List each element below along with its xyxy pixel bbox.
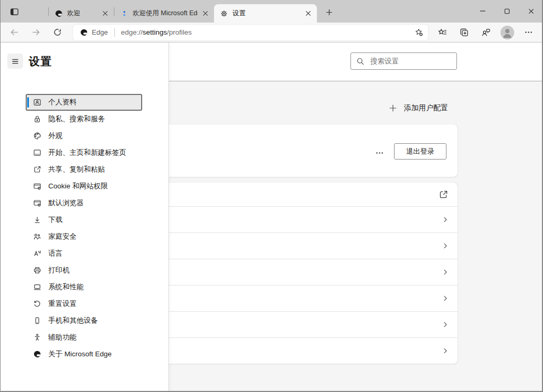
titlebar: 欢迎 欢迎使用 Microsoft Edg 设置 (0, 0, 543, 23)
settings-title: 设置 (29, 54, 52, 69)
edge-logo-icon (55, 9, 63, 18)
list-row[interactable] (147, 285, 457, 311)
settings-search-input[interactable] (370, 57, 451, 65)
sidebar-item-label: 外观 (48, 131, 62, 141)
forward-button[interactable] (25, 25, 47, 40)
site-badge-label: Edge (92, 28, 108, 36)
new-tab-button[interactable] (322, 5, 336, 19)
back-button[interactable] (4, 25, 25, 40)
sidebar-item-system-performance[interactable]: 系统和性能 (26, 279, 142, 295)
sidebar-item-label: 关于 Microsoft Edge (48, 349, 112, 359)
profile-avatar-icon (501, 26, 514, 39)
back-icon (9, 27, 19, 37)
language-icon (33, 249, 41, 258)
tab-title: 设置 (232, 9, 301, 18)
maximize-button[interactable] (495, 0, 519, 22)
settings-page: 添加用户配置 退出登录 (0, 43, 543, 392)
list-row[interactable] (147, 232, 457, 259)
edge-browser-window: 欢迎 欢迎使用 Microsoft Edg 设置 (0, 0, 543, 392)
sidebar-item-languages[interactable]: 语言 (26, 245, 142, 262)
settings-sidenav: 设置 个人资料 隐私、搜索和服务 外观 开始、主页和新建标签页 (0, 43, 169, 392)
menu-toggle-button[interactable] (7, 54, 23, 69)
tab-title: 欢迎 (67, 9, 98, 18)
search-icon (356, 57, 365, 66)
window-controls (471, 0, 543, 22)
lock-icon (33, 115, 41, 123)
url-text: edge://settings/profiles (121, 28, 411, 36)
profile-more-options-button[interactable] (370, 146, 388, 159)
more-options-button[interactable] (518, 25, 539, 40)
sidebar-item-reset-settings[interactable]: 重置设置 (26, 295, 142, 312)
minimize-icon (479, 7, 486, 15)
close-window-button[interactable] (519, 0, 543, 22)
sidebar-item-phone-devices[interactable]: 手机和其他设备 (26, 312, 142, 329)
chevron-right-icon (441, 321, 449, 329)
feedback-person-button[interactable] (475, 25, 496, 40)
sidebar-item-profiles[interactable]: 个人资料 (26, 94, 142, 111)
list-row[interactable] (147, 206, 457, 232)
close-icon (528, 8, 535, 15)
printer-icon (33, 266, 41, 274)
profile-card: 退出登录 (147, 124, 457, 177)
list-row[interactable] (147, 311, 457, 337)
sidebar-item-printers[interactable]: 打印机 (26, 262, 142, 279)
forward-icon (31, 27, 41, 37)
settings-gear-icon (220, 9, 228, 18)
sidebar-item-privacy[interactable]: 隐私、搜索和服务 (26, 111, 142, 128)
add-favorite-icon (414, 28, 423, 37)
collections-button[interactable] (453, 25, 475, 40)
tab-welcome-to-edge[interactable]: 欢迎使用 Microsoft Edg (114, 4, 214, 23)
family-safety-icon (33, 232, 41, 241)
sidebar-item-downloads[interactable]: 下载 (26, 211, 142, 228)
refresh-button[interactable] (47, 25, 68, 40)
tab-close-button[interactable] (100, 8, 110, 18)
sidebar-item-label: 语言 (48, 249, 62, 258)
sidebar-item-appearance[interactable]: 外观 (26, 128, 142, 144)
sidebar-item-label: Cookie 和网站权限 (48, 182, 108, 191)
add-profile-button[interactable]: 添加用户配置 (385, 98, 452, 118)
sidebar-item-default-browser[interactable]: 默认浏览器 (26, 195, 142, 211)
site-badge[interactable]: Edge (78, 28, 110, 37)
sidebar-item-cookies-permissions[interactable]: Cookie 和网站权限 (26, 178, 142, 195)
close-icon (203, 10, 208, 16)
settings-search-box[interactable] (350, 52, 457, 70)
tab-welcome[interactable]: 欢迎 (49, 4, 114, 23)
sidebar-item-label: 开始、主页和新建标签页 (48, 148, 126, 157)
browser-toolbar: Edge edge://settings/profiles (0, 23, 543, 43)
avatar (501, 26, 514, 39)
url-highlight: settings (143, 28, 167, 36)
phone-devices-icon (33, 316, 41, 325)
sidebar-item-start-home-newtab[interactable]: 开始、主页和新建标签页 (26, 144, 142, 161)
sidebar-item-label: 打印机 (48, 266, 70, 275)
sidebar-item-about-edge[interactable]: 关于 Microsoft Edge (26, 346, 142, 363)
profile-avatar-button[interactable] (496, 25, 518, 40)
tab-close-button[interactable] (200, 8, 210, 18)
default-browser-icon (33, 199, 41, 207)
address-bar[interactable]: Edge edge://settings/profiles (73, 25, 428, 40)
add-favorite-button[interactable] (411, 26, 427, 39)
tab-settings-active[interactable]: 设置 (214, 4, 317, 23)
sidebar-item-label: 重置设置 (48, 299, 77, 309)
sign-out-button[interactable]: 退出登录 (394, 143, 446, 160)
sidebar-item-label: 辅助功能 (48, 333, 77, 342)
tab-actions-button[interactable] (6, 4, 22, 19)
favorites-button[interactable] (432, 25, 453, 40)
list-row[interactable] (147, 259, 457, 285)
list-row-external[interactable] (147, 183, 457, 206)
profile-settings-list-card (147, 183, 457, 364)
url-scheme: edge:// (121, 28, 142, 36)
external-link-button[interactable] (435, 187, 451, 203)
sidebar-item-label: 共享、复制和粘贴 (48, 165, 105, 174)
minimize-button[interactable] (471, 0, 495, 22)
sidebar-item-accessibility[interactable]: 辅助功能 (26, 329, 142, 346)
sidebar-item-share-copy-paste[interactable]: 共享、复制和粘贴 (26, 161, 142, 178)
list-row[interactable] (147, 337, 457, 364)
sidebar-item-family-safety[interactable]: 家庭安全 (26, 228, 142, 245)
reset-icon (33, 300, 41, 308)
system-performance-icon (33, 283, 41, 291)
download-icon (33, 216, 41, 224)
tab-close-button[interactable] (303, 8, 313, 18)
more-options-icon (375, 149, 384, 157)
add-profile-label: 添加用户配置 (404, 103, 448, 113)
tab-actions-icon (10, 7, 19, 16)
